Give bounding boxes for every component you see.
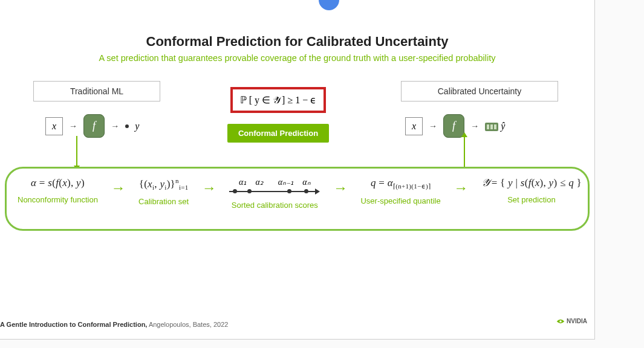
- alpha-2: α₂: [255, 177, 263, 187]
- traditional-ml-box: Traditional ML: [33, 81, 160, 102]
- citation-authors: Angelopoulos, Bates, 2022: [147, 321, 228, 328]
- alpha-n: αₙ: [302, 177, 310, 187]
- up-arrow-icon: [464, 136, 465, 167]
- step-label: User-specified quantile: [360, 196, 440, 205]
- step-label: Nonconformity function: [18, 195, 98, 204]
- set-icon: [485, 123, 498, 131]
- model-f: f: [83, 114, 105, 138]
- output-y: y: [135, 121, 139, 132]
- arrow-icon: →: [202, 179, 216, 196]
- nvidia-logo: NVIDIA: [556, 318, 587, 324]
- quantile-expr: q = α⌈(n+1)(1−ϵ)⌉: [371, 177, 431, 190]
- set-prediction-output: ŷ: [485, 121, 505, 132]
- arrow-icon: →: [454, 179, 468, 196]
- arrow-icon: →: [111, 179, 126, 196]
- nvidia-eye-icon: [556, 318, 565, 324]
- arrow-icon: →: [69, 121, 77, 131]
- alpha-1: α₁: [239, 177, 247, 187]
- center-column: ℙ [ y ∈ 𝒴̂ ] ≥ 1 − ϵ Conformal Predictio…: [218, 87, 339, 143]
- citation: A Gentle Introduction to Conformal Predi…: [0, 321, 228, 328]
- calibration-set-expr: {(xi, yi)}ni=1: [139, 177, 189, 191]
- arrow-icon: →: [429, 121, 437, 131]
- nvidia-text: NVIDIA: [567, 318, 587, 324]
- step-label: Calibration set: [138, 197, 189, 206]
- step-label: Sorted calibration scores: [232, 201, 318, 210]
- conformal-prediction-badge: Conformal Prediction: [227, 124, 329, 143]
- arrow-icon: →: [111, 121, 119, 131]
- input-x: x: [45, 117, 63, 135]
- calibrated-uncertainty-box: Calibrated Uncertainty: [401, 81, 558, 102]
- alpha-n-1: αₙ₋₁: [278, 177, 294, 187]
- step-sorted-scores: α₁ α₂ αₙ₋₁ αₙ Sorted calibration scores: [229, 177, 320, 210]
- citation-title: A Gentle Introduction to Conformal Predi…: [0, 321, 147, 328]
- svg-point-0: [559, 320, 562, 323]
- set-prediction-expr: 𝒴̂ = { y | s(f(x), y) ≤ q }: [481, 177, 582, 189]
- step-calibration-set: {(xi, yi)}ni=1 Calibration set: [138, 177, 189, 206]
- page-title: Conformal Prediction for Calibrated Unce…: [0, 34, 594, 50]
- arrow-icon: →: [470, 121, 479, 131]
- number-line-icon: [229, 188, 320, 195]
- comparison-row: Traditional ML Calibrated Uncertainty x …: [0, 81, 594, 160]
- step-set-prediction: 𝒴̂ = { y | s(f(x), y) ≤ q } Set predicti…: [481, 177, 582, 204]
- nonconformity-expr: α = s(f(x), y): [31, 177, 85, 189]
- input-x: x: [405, 117, 423, 135]
- step-label: Set prediction: [507, 195, 556, 204]
- alpha-labels: α₁ α₂ αₙ₋₁ αₙ: [239, 177, 310, 187]
- step-quantile: q = α⌈(n+1)(1−ϵ)⌉ User-specified quantil…: [360, 177, 440, 205]
- down-arrow-icon: [76, 136, 77, 167]
- point-prediction-icon: [125, 124, 129, 128]
- traditional-ml-pipeline: x → f → y: [45, 114, 139, 138]
- coverage-guarantee-formula: ℙ [ y ∈ 𝒴̂ ] ≥ 1 − ϵ: [230, 87, 326, 113]
- arrow-icon: →: [333, 179, 348, 196]
- step-nonconformity: α = s(f(x), y) Nonconformity function: [18, 177, 98, 204]
- output-y-hat: ŷ: [501, 121, 505, 132]
- page-subtitle: A set prediction that guarantees provabl…: [0, 53, 594, 63]
- calibrated-pipeline: x → f → ŷ: [405, 114, 505, 138]
- conformal-flow-box: α = s(f(x), y) Nonconformity function → …: [5, 167, 590, 231]
